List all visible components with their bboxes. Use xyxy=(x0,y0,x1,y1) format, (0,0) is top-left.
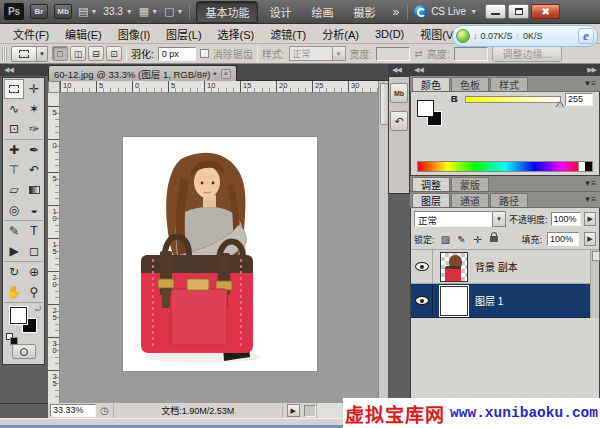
foreground-color-swatch[interactable] xyxy=(10,307,27,324)
shape-tool[interactable]: ◻ xyxy=(24,241,44,261)
intersect-selection-button[interactable]: ⊡ xyxy=(106,46,122,61)
foreground-color-swatch[interactable] xyxy=(417,100,434,117)
layer-row[interactable]: 背景 副本 xyxy=(411,250,599,284)
strip-dock-header[interactable]: ◀◀ xyxy=(388,64,410,76)
document-close-icon[interactable]: × xyxy=(221,69,231,79)
arrange-documents-button[interactable]: ▦▼ xyxy=(139,5,158,18)
style-dropdown[interactable]: 正常 ▼ xyxy=(289,46,346,61)
hand-tool[interactable]: ✋ xyxy=(4,282,24,302)
tab-styles[interactable]: 样式 xyxy=(490,77,528,91)
panel-menu-icon[interactable]: ▼≡ xyxy=(583,179,596,188)
tools-dock-header[interactable]: ◀◀ xyxy=(0,64,48,76)
options-grip-handle[interactable] xyxy=(2,47,7,61)
panel-menu-icon[interactable]: ▼≡ xyxy=(583,79,596,88)
opacity-arrow-icon[interactable]: ▶ xyxy=(584,212,596,226)
visibility-toggle[interactable] xyxy=(411,250,433,283)
type-tool[interactable]: T xyxy=(24,221,44,241)
path-selection-tool[interactable]: ▶ xyxy=(4,241,24,261)
refine-edge-button[interactable]: 调整边缘... xyxy=(492,46,562,62)
workspace-photography[interactable]: 摄影 xyxy=(344,1,384,23)
status-zoom-input[interactable]: 33.33% xyxy=(50,404,96,417)
lock-transparency-icon[interactable]: ▨ xyxy=(440,234,452,245)
menu-item[interactable]: 图层(L) xyxy=(159,24,208,44)
menu-item[interactable]: 编辑(E) xyxy=(58,24,109,44)
close-button[interactable]: ✖ xyxy=(531,4,560,19)
zoom-tool[interactable]: ⚲ xyxy=(24,282,44,302)
menu-item[interactable]: 选择(S) xyxy=(211,24,262,44)
magic-wand-tool[interactable]: ✶ xyxy=(24,99,44,119)
canvas-photo[interactable] xyxy=(123,137,317,371)
pen-tool[interactable]: ✎ xyxy=(4,221,24,241)
spot-healing-brush-tool[interactable]: ✚ xyxy=(4,140,24,160)
gradient-tool[interactable] xyxy=(24,180,44,200)
blur-tool[interactable]: ◎ xyxy=(4,200,24,220)
crop-tool[interactable]: ⊡ xyxy=(4,119,24,139)
lasso-tool[interactable]: ∿ xyxy=(4,99,24,119)
horizontal-ruler[interactable]: 105051015202530 xyxy=(60,81,378,93)
dodge-tool[interactable]: ◒ xyxy=(24,200,44,220)
tab-swatches[interactable]: 色板 xyxy=(451,77,489,91)
move-tool[interactable]: ✛ xyxy=(24,79,44,99)
layer-row[interactable]: 图层 1 xyxy=(411,284,599,318)
channel-value-input[interactable]: 255 xyxy=(565,93,593,106)
swap-dimensions-icon[interactable]: ⇄ xyxy=(414,48,422,59)
rectangular-marquee-tool[interactable] xyxy=(4,79,24,99)
menu-item[interactable]: 分析(A) xyxy=(315,24,366,44)
blend-mode-dropdown[interactable]: 正常 ▼ xyxy=(414,211,506,227)
tab-layers[interactable]: 图层 xyxy=(412,193,450,207)
layer-thumbnail[interactable] xyxy=(440,252,468,282)
cs-live-button[interactable]: CS Live ▼ xyxy=(414,5,477,18)
bridge-button[interactable]: Br xyxy=(30,4,48,19)
layers-scrollbar[interactable] xyxy=(590,250,599,318)
black-swatch[interactable] xyxy=(585,162,592,171)
minimize-button[interactable] xyxy=(485,4,506,19)
restore-button[interactable] xyxy=(508,4,529,19)
zoom-level-control[interactable]: 33.3▼ xyxy=(103,6,132,17)
lock-move-icon[interactable]: ✛ xyxy=(472,234,484,245)
workspace-overflow-button[interactable]: » xyxy=(390,5,401,19)
height-input[interactable] xyxy=(454,47,488,61)
history-brush-tool[interactable]: ↶ xyxy=(24,160,44,180)
vertical-ruler[interactable]: 505101520253035 xyxy=(48,93,60,403)
fill-input[interactable]: 100% xyxy=(547,232,579,246)
tab-adjustments[interactable]: 调整 xyxy=(412,177,450,191)
ruler-corner[interactable] xyxy=(48,81,60,93)
fill-arrow-icon[interactable]: ▶ xyxy=(584,232,596,246)
feather-input[interactable]: 0 px xyxy=(158,47,196,61)
slider-thumb[interactable] xyxy=(556,102,564,108)
tab-paths[interactable]: 路径 xyxy=(490,193,528,207)
color-spectrum-ramp[interactable] xyxy=(417,161,593,172)
menu-item[interactable]: 3D(D) xyxy=(368,26,411,42)
eraser-tool[interactable]: ▱ xyxy=(4,180,24,200)
document-tab[interactable]: 60-12.jpg @ 33.3% (图层 1, RGB/8#) * × xyxy=(48,65,237,81)
status-options-arrow[interactable]: ▶ xyxy=(287,404,300,417)
tab-masks[interactable]: 蒙版 xyxy=(451,177,489,191)
tool-preset-picker[interactable]: ▼ xyxy=(11,46,48,62)
menu-item[interactable]: 文件(F) xyxy=(6,24,56,44)
network-speed-overlay[interactable]: ↓ 0.07K/S ↑ 0K/S e xyxy=(452,25,598,47)
tab-channels[interactable]: 通道 xyxy=(451,193,489,207)
panel-dock-header[interactable]: ◀◀▶▶ xyxy=(410,64,600,76)
default-colors-icon[interactable] xyxy=(6,333,13,340)
menu-item[interactable]: 图像(I) xyxy=(111,24,157,44)
history-panel-icon[interactable]: ↶ xyxy=(390,111,408,131)
status-scroll-stub[interactable] xyxy=(304,405,316,417)
mini-bridge-button[interactable]: Mb xyxy=(54,4,72,19)
3d-rotate-tool[interactable]: ↻ xyxy=(4,262,24,282)
canvas-vertical-scrollbar[interactable] xyxy=(378,81,388,403)
white-swatch[interactable] xyxy=(578,162,585,171)
clone-stamp-tool[interactable]: ⊤ xyxy=(4,160,24,180)
swap-colors-icon[interactable]: ⤾ xyxy=(35,305,41,313)
workspace-painting[interactable]: 绘画 xyxy=(302,1,342,23)
view-extras-button[interactable]: ▤▼ xyxy=(78,5,97,18)
tab-color[interactable]: 颜色 xyxy=(412,77,450,91)
workspace-essentials[interactable]: 基本功能 xyxy=(196,1,258,23)
screen-mode-button[interactable]: ▢▼ xyxy=(164,5,183,18)
internet-explorer-icon[interactable]: e xyxy=(578,28,594,44)
mini-bridge-panel-icon[interactable]: Mb xyxy=(390,83,408,103)
canvas[interactable] xyxy=(60,93,378,403)
lock-paint-icon[interactable]: ✎ xyxy=(456,234,468,245)
layer-name[interactable]: 背景 副本 xyxy=(475,259,518,274)
new-selection-button[interactable]: □ xyxy=(52,46,68,61)
lock-all-icon[interactable] xyxy=(490,236,498,242)
